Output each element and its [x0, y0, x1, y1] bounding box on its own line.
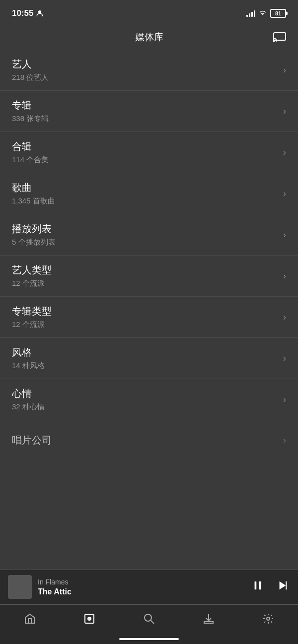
home-indicator [119, 638, 179, 640]
svg-point-12 [267, 617, 270, 620]
chevron-icon: › [283, 106, 286, 117]
playlists-subtitle: 5 个播放列表 [12, 238, 56, 247]
tab-library[interactable] [77, 611, 101, 627]
list-item-artist-genres[interactable]: 艺人类型 12 个流派 › [0, 256, 298, 297]
artists-subtitle: 218 位艺人 [12, 73, 49, 82]
person-icon [36, 10, 43, 17]
songs-subtitle: 1,345 首歌曲 [12, 196, 55, 206]
playlists-title: 播放列表 [12, 222, 56, 236]
moods-title: 心情 [12, 387, 45, 400]
battery-indicator: 81 [270, 9, 286, 18]
playback-controls [250, 578, 290, 596]
chevron-icon: › [283, 189, 286, 199]
chevron-icon: › [283, 312, 286, 322]
artist-genres-subtitle: 12 个流派 [12, 279, 52, 288]
chevron-icon: › [283, 230, 286, 240]
pause-button[interactable] [250, 578, 265, 596]
albums-title: 专辑 [12, 99, 49, 112]
settings-icon [262, 613, 274, 625]
list-item-moods[interactable]: 心情 32 种心情 › [0, 379, 298, 420]
list-item-artists[interactable]: 艺人 218 位艺人 › [0, 50, 298, 91]
svg-rect-4 [259, 581, 261, 590]
chevron-icon: › [283, 394, 286, 405]
svg-point-10 [145, 614, 151, 621]
album-genres-title: 专辑类型 [12, 305, 52, 318]
svg-rect-6 [286, 581, 287, 590]
svg-line-11 [150, 620, 154, 624]
album-genres-subtitle: 12 个流派 [12, 320, 52, 329]
chevron-icon: › [283, 435, 286, 446]
now-playing-bar[interactable]: In Flames The Attic [0, 570, 298, 604]
tab-home[interactable] [18, 611, 42, 627]
svg-point-0 [38, 10, 41, 13]
chevron-icon: › [283, 147, 286, 158]
labels-title: 唱片公司 [12, 434, 52, 447]
moods-subtitle: 32 种心情 [12, 402, 45, 412]
tab-settings[interactable] [256, 611, 280, 627]
library-list: 艺人 218 位艺人 › 专辑 338 张专辑 › 合辑 114 个合集 › 歌… [0, 50, 298, 460]
svg-point-9 [89, 618, 90, 619]
now-playing-artist: In Flames [38, 578, 250, 586]
albums-subtitle: 338 张专辑 [12, 114, 49, 124]
download-icon [203, 613, 215, 625]
styles-subtitle: 14 种风格 [12, 361, 45, 371]
cast-icon[interactable] [273, 32, 286, 42]
list-item-album-genres[interactable]: 专辑类型 12 个流派 › [0, 297, 298, 338]
tab-search[interactable] [137, 611, 161, 627]
svg-rect-3 [255, 581, 257, 590]
album-art [8, 575, 32, 599]
list-item-compilations[interactable]: 合辑 114 个合集 › [0, 132, 298, 173]
artist-genres-title: 艺人类型 [12, 263, 52, 277]
chevron-icon: › [283, 271, 286, 281]
compilations-title: 合辑 [12, 140, 49, 153]
list-item-albums[interactable]: 专辑 338 张专辑 › [0, 91, 298, 132]
songs-title: 歌曲 [12, 181, 55, 194]
library-icon [83, 613, 95, 625]
page-header: 媒体库 [0, 25, 298, 50]
signal-bars [246, 10, 255, 17]
status-bar: 10:55 81 [0, 0, 298, 25]
tab-download[interactable] [197, 611, 221, 627]
search-icon [143, 613, 155, 625]
page-title: 媒体库 [135, 31, 163, 44]
chevron-icon: › [283, 353, 286, 364]
list-item-songs[interactable]: 歌曲 1,345 首歌曲 › [0, 173, 298, 214]
svg-marker-5 [280, 581, 286, 590]
home-icon [24, 613, 36, 625]
list-item-labels[interactable]: 唱片公司 › [0, 420, 298, 460]
now-playing-title: The Attic [38, 587, 250, 596]
status-time: 10:55 [12, 8, 43, 18]
status-icons: 81 [246, 9, 286, 18]
chevron-icon: › [283, 65, 286, 75]
list-item-styles[interactable]: 风格 14 种风格 › [0, 338, 298, 379]
compilations-subtitle: 114 个合集 [12, 155, 49, 165]
styles-title: 风格 [12, 346, 45, 359]
wifi-icon [258, 10, 267, 17]
next-button[interactable] [275, 578, 290, 596]
list-item-playlists[interactable]: 播放列表 5 个播放列表 › [0, 214, 298, 256]
artists-title: 艺人 [12, 58, 49, 71]
